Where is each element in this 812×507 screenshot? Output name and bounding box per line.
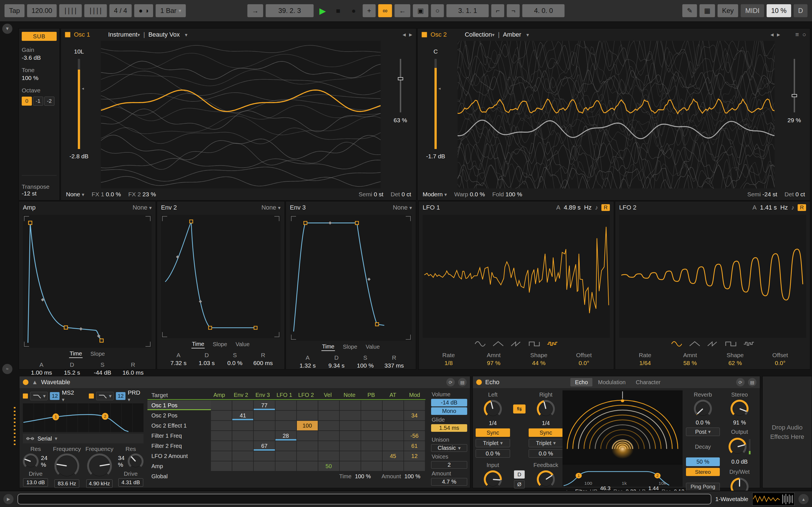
lfo-shape-saw-icon[interactable] — [706, 340, 719, 348]
reverb-position-select[interactable]: Post▾ — [686, 428, 720, 436]
osc1-wavetable-select[interactable]: Beauty Vox ▾ — [148, 31, 188, 38]
matrix-cell[interactable] — [318, 421, 339, 431]
filter1-res-knob[interactable] — [23, 453, 39, 469]
matrix-cell[interactable] — [361, 451, 382, 461]
tab-time[interactable]: Time — [69, 350, 83, 358]
lfo-shape-rand-icon[interactable] — [546, 340, 559, 348]
decay-value[interactable]: 50 % — [686, 457, 720, 466]
matrix-row-target[interactable]: Osc 2 Pos — [147, 411, 211, 420]
matrix-cell[interactable] — [404, 461, 425, 471]
record-button[interactable]: ● — [347, 4, 360, 17]
lfo-shape-sq-icon[interactable] — [724, 340, 737, 348]
phase-invert-toggle[interactable]: Ø — [514, 480, 525, 489]
draw-mode-button[interactable]: ▣ — [413, 4, 428, 17]
tab-slope[interactable]: Slope — [212, 341, 227, 348]
punch-out-button[interactable]: ¬ — [507, 4, 520, 17]
matrix-cell[interactable] — [340, 431, 361, 441]
attack-value[interactable]: 7.32 s — [164, 360, 193, 367]
matrix-cell[interactable] — [232, 400, 253, 410]
back-to-arrangement-button[interactable]: ← — [395, 4, 410, 17]
matrix-cell[interactable] — [340, 461, 361, 471]
note-sync-icon[interactable]: ♪ — [595, 204, 598, 211]
matrix-cell[interactable] — [361, 421, 382, 431]
decay-value[interactable]: 1.03 s — [193, 360, 221, 367]
sub-gain-value[interactable]: -3.6 dB — [22, 54, 57, 61]
env2-graph[interactable] — [161, 215, 281, 338]
feedback-knob[interactable] — [537, 470, 555, 489]
matrix-row-target[interactable]: LFO 2 Amount — [147, 451, 211, 461]
filter-routing-select[interactable]: Serial▾ — [23, 434, 144, 443]
tab-slope[interactable]: Slope — [342, 343, 358, 351]
matrix-cell[interactable] — [318, 431, 339, 441]
nudge-up-button[interactable]: ∣∣∣∣ — [84, 4, 107, 17]
matrix-cell[interactable] — [361, 400, 382, 410]
matrix-row-target[interactable]: Osc 1 Pos — [147, 400, 211, 410]
matrix-row-target[interactable]: Amp — [147, 461, 211, 471]
note-sync-icon[interactable]: ♪ — [791, 204, 794, 211]
lfo-rate-value[interactable]: 1/8 — [426, 360, 471, 367]
sync-mode-left-select[interactable]: Triplet▾ — [476, 439, 510, 447]
osc1-position-slider[interactable]: 63 % — [385, 41, 416, 188]
matrix-cell[interactable] — [232, 431, 253, 441]
scroll-up-icon[interactable]: ▲ — [799, 494, 809, 504]
matrix-row-target[interactable]: Filter 2 Freq — [147, 441, 211, 451]
filter1-freq-value[interactable]: 83.6 Hz — [54, 480, 79, 488]
matrix-cell[interactable] — [211, 421, 232, 431]
matrix-cell[interactable] — [383, 421, 403, 431]
save-preset-icon[interactable]: ▤ — [748, 378, 756, 386]
offset-left-value[interactable]: 0.0 % — [476, 449, 510, 458]
matrix-cell[interactable] — [361, 461, 382, 471]
loop-start-display[interactable]: 3. 1. 1 — [447, 4, 489, 17]
delay-left-knob[interactable] — [484, 400, 502, 418]
env-mode-select[interactable]: None ▾ — [261, 204, 281, 211]
decay-value[interactable]: 9.34 s — [322, 362, 351, 369]
matrix-cell[interactable] — [275, 451, 296, 461]
sustain-value[interactable]: 100 % — [351, 362, 380, 369]
mono-toggle[interactable]: Mono — [431, 407, 467, 415]
lfo-shape-saw-icon[interactable] — [510, 340, 523, 348]
time-signature-display[interactable]: 4 / 4 — [109, 4, 132, 17]
matrix-cell[interactable] — [275, 400, 296, 410]
matrix-cell[interactable] — [318, 400, 339, 410]
volume-value[interactable]: -14 dB — [431, 399, 467, 406]
drop-audio-effects-area[interactable]: Drop AudioEffects Here — [762, 376, 812, 488]
tab-time[interactable]: Time — [321, 343, 335, 351]
device-chain-scrollbar[interactable] — [17, 494, 711, 504]
matrix-cell[interactable] — [297, 411, 318, 420]
stop-button[interactable]: ■ — [332, 4, 345, 17]
attack-value[interactable]: 1.00 ms — [26, 369, 57, 376]
matrix-cell[interactable]: 50 — [318, 461, 339, 471]
overdub-indicator[interactable]: D — [794, 4, 808, 17]
wavetable-view-menu-icon[interactable]: ≡ — [795, 31, 799, 38]
tab-time[interactable]: Time — [192, 340, 205, 348]
matrix-row-target[interactable]: Osc 2 Effect 1 — [147, 421, 211, 431]
matrix-cell[interactable] — [254, 421, 274, 431]
osc1-effect-mode-select[interactable]: None ▾ — [66, 191, 84, 198]
matrix-cell[interactable] — [404, 400, 425, 410]
tap-tempo-button[interactable]: Tap — [4, 4, 24, 17]
reverb-knob[interactable] — [694, 400, 712, 418]
next-wavetable-icon[interactable]: ▸ — [409, 31, 412, 38]
matrix-cell[interactable] — [232, 441, 253, 451]
matrix-cell[interactable]: 67 — [254, 441, 274, 451]
release-value[interactable]: 337 ms — [380, 362, 409, 369]
octave-minus1-button[interactable]: -1 — [33, 97, 43, 106]
filter2-circuit-select[interactable]: PRD ▾ — [128, 389, 144, 403]
glide-value[interactable]: 1.54 ms — [431, 424, 467, 432]
filter2-enable-checkbox[interactable] — [89, 393, 94, 399]
filter2-res-knob[interactable] — [128, 453, 144, 469]
key-map-button[interactable]: Key — [718, 4, 738, 17]
matrix-cell[interactable]: 34 — [404, 411, 425, 420]
matrix-cell[interactable] — [254, 461, 274, 471]
lfo-shape-tri-icon[interactable] — [688, 340, 701, 348]
tab-character[interactable]: Character — [631, 378, 665, 386]
prev-wavetable-icon[interactable]: ◂ — [770, 31, 774, 38]
matrix-cell[interactable] — [318, 441, 339, 451]
osc2-semi[interactable]: Semi -24 st — [747, 191, 777, 198]
midi-map-button[interactable]: MIDI — [741, 4, 764, 17]
osc2-category-select[interactable]: Collection▾ — [465, 31, 495, 38]
matrix-cell[interactable] — [211, 431, 232, 441]
filter1-type-select[interactable]: ▾ — [30, 392, 48, 400]
sub-tone-value[interactable]: 100 % — [22, 75, 57, 81]
lfo-shape-value[interactable]: 44 % — [516, 360, 561, 367]
